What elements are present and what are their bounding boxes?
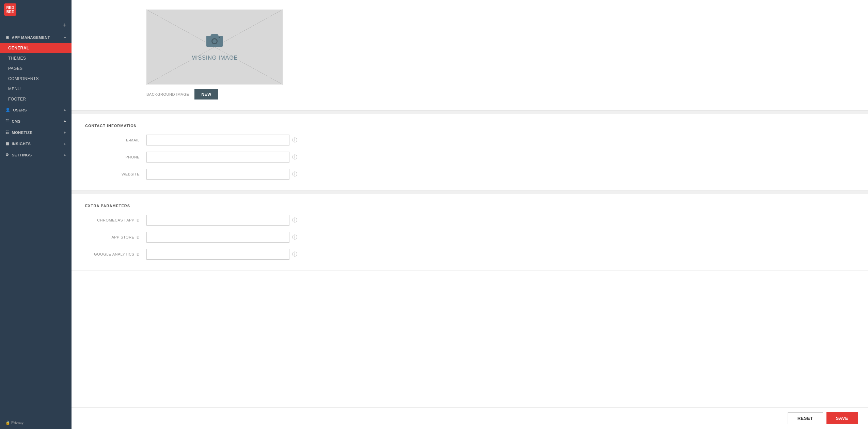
cms-icon: ☷ bbox=[5, 119, 9, 123]
plus-icon-cms: + bbox=[64, 119, 66, 123]
sidebar: RED BEE + ▣ APP MANAGEMENT − GENERAL THE… bbox=[0, 0, 72, 429]
extra-section-title: EXTRA PARAMETERS bbox=[85, 204, 854, 208]
sidebar-item-general[interactable]: GENERAL bbox=[0, 43, 72, 53]
insights-icon: ▩ bbox=[5, 141, 9, 146]
google-analytics-id-field[interactable] bbox=[146, 249, 289, 260]
contact-section-title: CONTACT INFORMATION bbox=[85, 124, 854, 128]
svg-point-2 bbox=[219, 37, 220, 38]
spacer bbox=[72, 271, 868, 291]
email-help-icon[interactable]: ⓘ bbox=[292, 137, 297, 143]
sidebar-item-menu[interactable]: MENU bbox=[0, 84, 72, 94]
reset-button[interactable]: RESET bbox=[788, 412, 823, 424]
app-store-id-field[interactable] bbox=[146, 232, 289, 243]
divider-2 bbox=[72, 191, 868, 194]
sidebar-item-pages[interactable]: PAGES bbox=[0, 63, 72, 74]
bottom-bar: RESET SAVE bbox=[72, 407, 868, 429]
section-label-monetize: MONETIZE bbox=[12, 131, 33, 135]
sidebar-add-button[interactable]: + bbox=[0, 19, 72, 32]
section-label-cms: CMS bbox=[12, 119, 21, 123]
plus-icon-users: + bbox=[64, 108, 66, 112]
users-icon: 👤 bbox=[5, 108, 11, 112]
chromecast-label: CHROMECAST APP ID bbox=[85, 218, 146, 222]
svg-point-1 bbox=[212, 39, 217, 43]
minus-icon: − bbox=[64, 35, 66, 40]
section-header-cms[interactable]: ☷ CMS + bbox=[0, 116, 72, 127]
section-cms: ☷ CMS + bbox=[0, 116, 72, 127]
logo-area: RED BEE bbox=[0, 0, 72, 19]
website-help-icon[interactable]: ⓘ bbox=[292, 171, 297, 178]
missing-image-text: MISSING IMAGE bbox=[191, 55, 238, 61]
website-field[interactable] bbox=[146, 169, 289, 180]
section-label-app-management: APP MANAGEMENT bbox=[12, 35, 50, 40]
chromecast-help-icon[interactable]: ⓘ bbox=[292, 217, 297, 224]
sidebar-item-footer[interactable]: FOOTER bbox=[0, 94, 72, 104]
email-label: E-MAIL bbox=[85, 138, 146, 142]
section-items-app-management: GENERAL THEMES PAGES COMPONENTS MENU FOO… bbox=[0, 43, 72, 104]
contact-information-section: CONTACT INFORMATION E-MAIL ⓘ PHONE ⓘ WEB… bbox=[72, 114, 868, 191]
google-analytics-row: GOOGLE ANALYTICS ID ⓘ bbox=[85, 249, 854, 260]
privacy-label: Privacy bbox=[11, 420, 23, 425]
email-row: E-MAIL ⓘ bbox=[85, 135, 854, 145]
section-insights: ▩ INSIGHTS + bbox=[0, 138, 72, 149]
section-users: 👤 USERS + bbox=[0, 104, 72, 116]
settings-icon: ⚙ bbox=[5, 153, 9, 157]
website-row: WEBSITE ⓘ bbox=[85, 169, 854, 180]
monitor-icon: ▣ bbox=[5, 35, 9, 40]
section-header-users[interactable]: 👤 USERS + bbox=[0, 104, 72, 116]
phone-help-icon[interactable]: ⓘ bbox=[292, 154, 297, 160]
plus-icon-monetize: + bbox=[64, 131, 66, 135]
email-field[interactable] bbox=[146, 135, 289, 145]
sidebar-item-themes[interactable]: THEMES bbox=[0, 53, 72, 63]
phone-label: PHONE bbox=[85, 155, 146, 159]
plus-icon-insights: + bbox=[64, 142, 66, 146]
section-header-settings[interactable]: ⚙ SETTINGS + bbox=[0, 149, 72, 160]
section-header-app-management[interactable]: ▣ APP MANAGEMENT − bbox=[0, 32, 72, 43]
app-store-row: APP STORE ID ⓘ bbox=[85, 232, 854, 243]
phone-row: PHONE ⓘ bbox=[85, 152, 854, 163]
section-label-users: USERS bbox=[13, 108, 27, 112]
section-label-settings: SETTINGS bbox=[12, 153, 32, 157]
plus-icon-settings: + bbox=[64, 153, 66, 157]
chromecast-app-id-field[interactable] bbox=[146, 215, 289, 226]
section-header-insights[interactable]: ▩ INSIGHTS + bbox=[0, 138, 72, 149]
section-monetize: ☷ MONETIZE + bbox=[0, 127, 72, 138]
background-image-label: BACKGROUND IMAGE bbox=[146, 92, 189, 96]
section-label-insights: INSIGHTS bbox=[12, 142, 31, 146]
sidebar-footer[interactable]: 🔒 Privacy bbox=[0, 416, 72, 429]
phone-field[interactable] bbox=[146, 152, 289, 163]
monetize-icon: ☷ bbox=[5, 130, 9, 135]
main-content: MISSING IMAGE BACKGROUND IMAGE NEW CONTA… bbox=[72, 0, 868, 429]
app-logo: RED BEE bbox=[4, 3, 16, 16]
section-header-monetize[interactable]: ☷ MONETIZE + bbox=[0, 127, 72, 138]
website-label: WEBSITE bbox=[85, 172, 146, 176]
image-controls: BACKGROUND IMAGE NEW bbox=[146, 89, 854, 99]
section-app-management: ▣ APP MANAGEMENT − GENERAL THEMES PAGES … bbox=[0, 32, 72, 104]
divider-1 bbox=[72, 111, 868, 114]
chromecast-row: CHROMECAST APP ID ⓘ bbox=[85, 215, 854, 226]
save-button[interactable]: SAVE bbox=[826, 412, 858, 424]
new-image-button[interactable]: NEW bbox=[194, 89, 218, 99]
content-area: MISSING IMAGE BACKGROUND IMAGE NEW CONTA… bbox=[72, 0, 868, 407]
image-placeholder: MISSING IMAGE bbox=[146, 10, 283, 85]
google-analytics-help-icon[interactable]: ⓘ bbox=[292, 251, 297, 258]
google-analytics-label: GOOGLE ANALYTICS ID bbox=[85, 252, 146, 256]
lock-icon: 🔒 bbox=[5, 420, 10, 425]
app-store-help-icon[interactable]: ⓘ bbox=[292, 234, 297, 241]
app-store-label: APP STORE ID bbox=[85, 235, 146, 239]
sidebar-item-components[interactable]: COMPONENTS bbox=[0, 74, 72, 84]
camera-icon bbox=[206, 33, 223, 51]
extra-parameters-section: EXTRA PARAMETERS CHROMECAST APP ID ⓘ APP… bbox=[72, 194, 868, 271]
background-image-section: MISSING IMAGE BACKGROUND IMAGE NEW bbox=[72, 0, 868, 111]
section-settings: ⚙ SETTINGS + bbox=[0, 149, 72, 160]
